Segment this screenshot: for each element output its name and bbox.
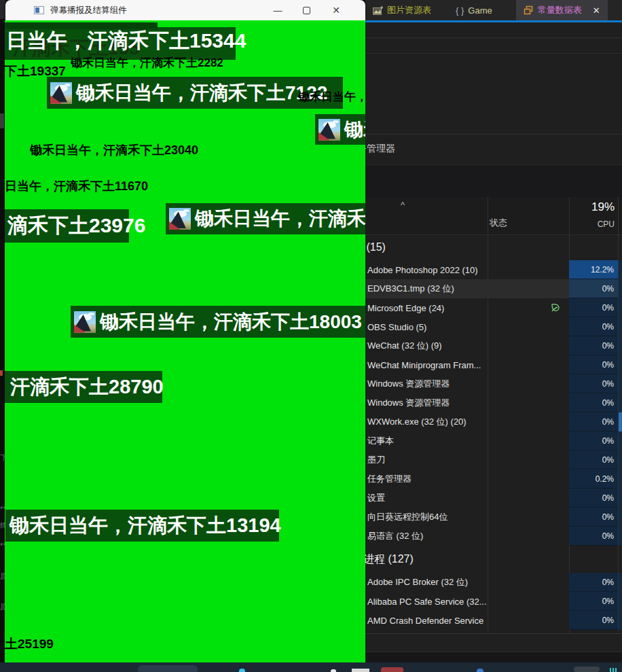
danmaku-text-plain: 锄禾日当午，汗滴禾下土23040 bbox=[30, 143, 198, 158]
memory-cell-sliver bbox=[619, 592, 622, 611]
user-avatar bbox=[74, 311, 96, 333]
taskbar-icon-white[interactable] bbox=[352, 669, 369, 672]
close-button[interactable]: ✕ bbox=[323, 0, 349, 20]
process-row[interactable]: Microsoft Edge (24)0% bbox=[365, 298, 622, 317]
braces-icon: { } bbox=[456, 5, 464, 16]
taskbar-start-pill[interactable] bbox=[138, 665, 198, 672]
process-name: 设置 bbox=[367, 489, 385, 508]
taskbar-icon-white-dot[interactable] bbox=[331, 669, 336, 672]
process-name: 后台进程 (127) bbox=[365, 546, 414, 573]
process-name: 易语言 (32 位) bbox=[367, 527, 423, 546]
process-row[interactable]: 墨刀0% bbox=[365, 450, 622, 470]
process-name: OBS Studio (5) bbox=[367, 317, 426, 336]
process-name: AMD Crash Defender Service bbox=[367, 611, 483, 630]
maximize-button[interactable] bbox=[293, 0, 319, 20]
taskbar-icon-gray[interactable] bbox=[574, 667, 600, 672]
process-name: Windows 资源管理器 bbox=[367, 374, 450, 393]
memory-cell-sliver bbox=[619, 470, 622, 489]
green-screen-area: 汗滴禾下土155日当午，汗滴禾下土15344锄禾日当午，汗滴禾下土2282下土1… bbox=[5, 20, 365, 662]
taskbar-icon-equalizer[interactable] bbox=[610, 668, 618, 672]
danmaku-text-plain: 日当午，汗滴禾下土15344 bbox=[6, 29, 246, 53]
sort-arrow-icon[interactable]: ^ bbox=[401, 200, 405, 210]
cpu-cell: 0% bbox=[569, 489, 618, 508]
danmaku-bar: 汗滴禾下土28790 bbox=[5, 371, 162, 403]
tab-constant-data-table-active[interactable]: 常量数据表 ✕ bbox=[516, 0, 608, 20]
column-header-cpu[interactable]: CPU bbox=[598, 219, 615, 229]
process-name: EDVB3C1.tmp (32 位) bbox=[367, 279, 454, 298]
cpu-cell: 0% bbox=[569, 355, 618, 374]
tab-game-script[interactable]: { } Game bbox=[448, 0, 500, 20]
cpu-total-percent: 19% bbox=[591, 200, 615, 214]
process-name: Adobe Photoshop 2022 (10) bbox=[367, 260, 478, 279]
danmaku-text: 滴禾下土23976 bbox=[5, 212, 145, 240]
process-row[interactable]: WeChat Miniprogram Fram...0% bbox=[365, 355, 622, 374]
tab-label: 图片资源表 bbox=[387, 4, 431, 16]
danmaku-text-plain: 日当午，汗滴禾下土11670 bbox=[5, 179, 148, 194]
minimize-button[interactable]: — bbox=[265, 0, 291, 20]
process-row[interactable]: EDVB3C1.tmp (32 位)0% bbox=[365, 279, 622, 298]
process-name: 墨刀 bbox=[367, 450, 385, 470]
process-row[interactable]: Adobe IPC Broker (32 位)0% bbox=[365, 573, 622, 592]
process-list: 应用 (15)Adobe Photoshop 2022 (10)12.2%EDV… bbox=[365, 234, 622, 630]
user-avatar bbox=[169, 208, 191, 230]
cpu-cell: 0% bbox=[569, 508, 618, 527]
process-row[interactable]: Windows 资源管理器0% bbox=[365, 393, 622, 412]
process-row[interactable]: Alibaba PC Safe Service (32...0% bbox=[365, 592, 622, 611]
taskbar-icon-blue[interactable] bbox=[477, 669, 483, 672]
memory-cell-sliver bbox=[619, 431, 622, 450]
process-row[interactable]: 任务管理器0.2% bbox=[365, 470, 622, 489]
process-group-header[interactable]: 应用 (15) bbox=[365, 234, 622, 260]
process-row[interactable]: Adobe Photoshop 2022 (10)12.2% bbox=[365, 260, 622, 279]
process-row[interactable]: 易语言 (32 位)0% bbox=[365, 527, 622, 546]
taskbar-icon-cyan[interactable] bbox=[239, 669, 245, 672]
process-row[interactable]: OBS Studio (5)0% bbox=[365, 317, 622, 336]
process-row[interactable]: WXWork.exe (32 位) (20)0% bbox=[365, 412, 622, 431]
cpu-cell: 12.2% bbox=[569, 260, 618, 279]
danmaku-window-titlebar[interactable]: 弹幕播报及结算组件 — ✕ bbox=[5, 0, 365, 20]
cpu-cell: 0% bbox=[569, 374, 618, 393]
process-row[interactable]: Windows 资源管理器0% bbox=[365, 374, 622, 393]
process-row[interactable]: WeChat (32 位) (9)0% bbox=[365, 336, 622, 355]
danmaku-bar: 锄禾日当午，汗滴禾下土13194 bbox=[5, 510, 279, 542]
layered-windows-icon bbox=[524, 5, 534, 15]
process-row[interactable]: 记事本0% bbox=[365, 431, 622, 450]
memory-cell-sliver bbox=[619, 573, 622, 592]
danmaku-text-plain: 土25199 bbox=[5, 637, 54, 652]
memory-cell-sliver bbox=[619, 355, 622, 374]
tab-image-resource-table[interactable]: 图片资源表 bbox=[365, 0, 439, 20]
cpu-cell: 0% bbox=[569, 279, 618, 298]
image-icon bbox=[373, 6, 383, 15]
editor-accent-line bbox=[365, 20, 622, 22]
maximize-icon bbox=[303, 7, 310, 14]
taskmanager-toolbar-band bbox=[365, 165, 622, 197]
process-row[interactable]: AMD Crash Defender Service0% bbox=[365, 611, 622, 630]
memory-cell-sliver bbox=[619, 260, 622, 279]
tab-label: Game bbox=[468, 5, 492, 16]
process-row[interactable]: 向日葵远程控制64位0% bbox=[365, 508, 622, 527]
danmaku-text: 锄禾日当午，汗滴禾下土7122 bbox=[76, 80, 327, 106]
danmaku-bar: 锄禾日当午，汗滴禾下土 bbox=[315, 114, 365, 145]
column-header-status[interactable]: 状态 bbox=[490, 217, 507, 229]
cpu-cell: 0% bbox=[569, 393, 618, 412]
process-row[interactable]: 设置0% bbox=[365, 489, 622, 508]
memory-cell-sliver bbox=[619, 317, 622, 336]
danmaku-text-plain: 锄禾日当午， bbox=[298, 90, 365, 104]
tab-close-icon[interactable]: ✕ bbox=[593, 5, 600, 16]
danmaku-text: 锄禾日当午，汗滴禾下土 bbox=[344, 117, 365, 143]
left-strip-blob bbox=[0, 113, 4, 128]
process-name: 向日葵远程控制64位 bbox=[367, 508, 447, 527]
divider bbox=[365, 37, 622, 38]
taskbar-icon-red[interactable] bbox=[381, 667, 403, 672]
memory-cell-sliver bbox=[619, 527, 622, 546]
memory-cell-sliver bbox=[619, 508, 622, 527]
cpu-cell: 0.2% bbox=[569, 470, 618, 489]
process-name: 应用 (15) bbox=[365, 234, 386, 260]
danmaku-text: 锄禾日当午，汗滴禾下土13194 bbox=[5, 512, 281, 540]
danmaku-window: 弹幕播报及结算组件 — ✕ 汗滴禾下土155日当午，汗滴禾下土15344锄禾日当… bbox=[5, 0, 365, 662]
efficiency-leaf-icon bbox=[550, 302, 561, 313]
cpu-cell: 0% bbox=[569, 298, 618, 317]
divider bbox=[365, 134, 622, 135]
danmaku-text: 锄禾日当午，汗滴禾下土18003 bbox=[100, 309, 362, 335]
process-group-header[interactable]: 后台进程 (127) bbox=[365, 546, 622, 573]
editor-tab-bar: 图片资源表 { } Game 常量数据表 ✕ bbox=[365, 0, 622, 20]
